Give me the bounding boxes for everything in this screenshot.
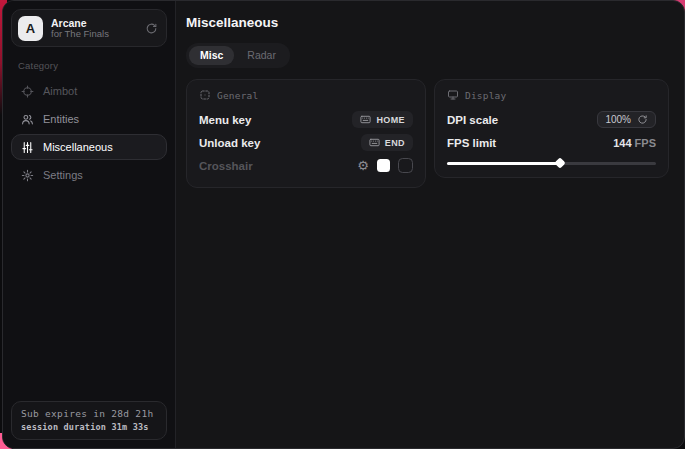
sidebar-nav: Aimbot Entities Miscellaneous — [11, 78, 167, 188]
display-card-header: Display — [447, 89, 656, 101]
general-card-title: General — [217, 90, 258, 101]
monitor-icon — [447, 89, 459, 101]
crosshair-settings-gear-icon[interactable]: ⚙ — [357, 159, 369, 172]
sub-expiry-text: Sub expires in 28d 21h — [21, 408, 157, 419]
menu-key-bind-button[interactable]: HOME — [352, 111, 413, 128]
brand-title: Arcane — [51, 17, 137, 29]
fps-limit-slider[interactable] — [447, 159, 656, 167]
page-title: Miscellaneous — [186, 15, 669, 30]
unload-key-value: END — [385, 138, 405, 148]
category-label: Category — [18, 60, 167, 71]
unload-key-label: Unload key — [199, 137, 260, 149]
display-card-title: Display — [465, 90, 506, 101]
crosshair-icon — [21, 85, 34, 98]
gear-icon — [21, 169, 34, 182]
crosshair-row: Crosshair ⚙ — [199, 154, 413, 177]
sidebar: A Arcane for The Finals Category Aimbot — [3, 1, 176, 448]
session-duration-text: session duration 31m 33s — [21, 422, 157, 432]
fps-limit-value: 144 FPS — [613, 137, 656, 149]
main-panel: Miscellaneous Misc Radar General Menu ke… — [176, 1, 684, 448]
subscription-status-card: Sub expires in 28d 21h session duration … — [11, 401, 167, 440]
users-icon — [21, 113, 34, 126]
keyboard-icon — [360, 114, 371, 125]
dpi-scale-select[interactable]: 100% — [597, 111, 656, 128]
refresh-icon[interactable] — [145, 22, 158, 35]
crosshair-checkbox[interactable] — [398, 158, 413, 173]
sidebar-item-miscellaneous[interactable]: Miscellaneous — [11, 134, 167, 160]
fps-limit-unit: FPS — [632, 137, 656, 149]
dpi-scale-label: DPI scale — [447, 114, 498, 126]
cards-row: General Menu key HOME Unload key — [186, 79, 669, 188]
menu-key-label: Menu key — [199, 114, 251, 126]
slider-fill — [447, 162, 560, 165]
app-window: A Arcane for The Finals Category Aimbot — [2, 0, 685, 449]
sidebar-item-label: Miscellaneous — [43, 141, 113, 153]
tab-bar: Misc Radar — [186, 43, 290, 68]
brand-logo: A — [18, 16, 43, 41]
menu-key-value: HOME — [376, 115, 405, 125]
general-card: General Menu key HOME Unload key — [186, 79, 426, 188]
brand-text: Arcane for The Finals — [51, 17, 137, 40]
crosshair-controls: ⚙ — [357, 158, 413, 173]
menu-key-row: Menu key HOME — [199, 108, 413, 131]
dpi-scale-value: 100% — [605, 114, 631, 125]
sliders-icon — [21, 141, 34, 154]
unload-key-bind-button[interactable]: END — [361, 134, 413, 151]
sidebar-item-label: Entities — [43, 113, 79, 125]
crosshair-label: Crosshair — [199, 160, 253, 172]
sidebar-item-label: Aimbot — [43, 85, 77, 97]
fps-limit-label: FPS limit — [447, 137, 496, 149]
keyboard-icon — [369, 137, 380, 148]
brand-subtitle: for The Finals — [51, 29, 137, 40]
dpi-scale-row: DPI scale 100% — [447, 108, 656, 131]
general-card-header: General — [199, 89, 413, 101]
unload-key-row: Unload key END — [199, 131, 413, 154]
grid-icon — [199, 89, 211, 101]
slider-thumb[interactable] — [554, 157, 565, 168]
display-card: Display DPI scale 100% FPS limit 144 FPS — [434, 79, 669, 178]
sidebar-item-entities[interactable]: Entities — [11, 106, 167, 132]
sidebar-item-aimbot[interactable]: Aimbot — [11, 78, 167, 104]
tab-misc[interactable]: Misc — [189, 46, 234, 65]
sidebar-item-label: Settings — [43, 169, 83, 181]
fps-limit-row: FPS limit 144 FPS — [447, 131, 656, 154]
crosshair-color-swatch[interactable] — [377, 159, 390, 172]
brand-card: A Arcane for The Finals — [11, 9, 167, 47]
tab-radar[interactable]: Radar — [236, 46, 287, 65]
sidebar-item-settings[interactable]: Settings — [11, 162, 167, 188]
fps-limit-number: 144 — [613, 137, 631, 149]
cycle-icon — [637, 114, 648, 125]
